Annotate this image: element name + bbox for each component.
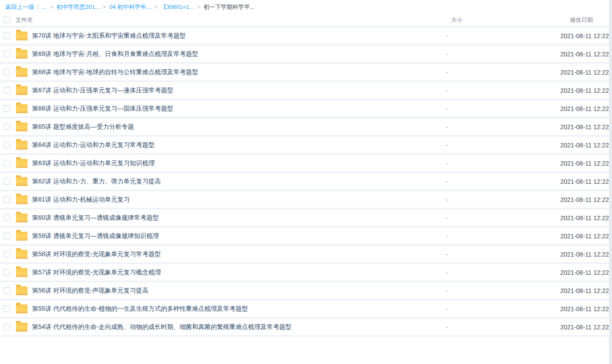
file-name-link[interactable]: 第60讲 透镜单元复习—透镜成像规律常考题型 [32,214,159,222]
column-header-size: 大小 [446,16,538,24]
folder-icon[interactable] [16,323,28,332]
folder-icon[interactable] [16,268,28,277]
row-checkbox[interactable] [4,160,10,166]
table-row: 第64讲 运动和力-运动和力单元复习常考题型 - 2021-08-11 12:2… [0,137,609,155]
row-checkbox[interactable] [4,69,10,75]
file-modified-date: 2021-08-11 12:22 [538,324,609,331]
file-name-link[interactable]: 第56讲 对环境的察觉-声现象单元复习提高 [32,287,148,295]
file-name-link[interactable]: 第64讲 运动和力-运动和力单元复习常考题型 [32,141,155,149]
row-checkbox[interactable] [4,123,10,130]
folder-icon[interactable] [16,232,28,241]
row-checkbox[interactable] [4,214,10,221]
file-size: - [446,251,538,258]
table-row: 第57讲 对环境的察觉-光现象单元复习概念梳理 - 2021-08-11 12:… [0,264,609,282]
row-checkbox[interactable] [4,233,10,239]
folder-icon[interactable] [16,50,28,59]
row-checkbox[interactable] [4,324,10,330]
select-all-checkbox[interactable] [4,16,10,23]
row-checkbox[interactable] [4,305,10,312]
column-header-name: 文件名 [16,16,33,24]
file-modified-date: 2021-08-11 12:22 [538,105,609,112]
folder-icon[interactable] [16,305,28,313]
row-checkbox[interactable] [4,51,10,57]
file-modified-date: 2021-08-11 12:22 [538,305,609,313]
table-row: 第70讲 地球与宇宙-太阳系和宇宙重难点梳理及常考题型 - 2021-08-11… [0,28,609,46]
file-name-link[interactable]: 第67讲 运动和力-压强单元复习—液体压强常考题型 [32,87,173,95]
file-size: - [446,87,538,94]
folder-icon[interactable] [16,159,28,168]
file-modified-date: 2021-08-11 12:22 [538,32,609,40]
file-modified-date: 2021-08-11 12:22 [538,251,609,258]
row-checkbox[interactable] [4,142,10,148]
folder-icon[interactable] [16,68,28,77]
folder-icon[interactable] [16,104,28,113]
row-checkbox[interactable] [4,287,10,294]
file-name-link[interactable]: 第54讲 代代相传的生命-走向成熟、动物的成长时期、细菌和真菌的繁殖重难点梳理及… [32,323,292,331]
table-row: 第56讲 对环境的察觉-声现象单元复习提高 - 2021-08-11 12:22 [0,282,609,301]
folder-icon[interactable] [16,214,28,222]
file-name-link[interactable]: 第70讲 地球与宇宙-太阳系和宇宙重难点梳理及常考题型 [32,32,186,40]
file-size: - [446,51,538,58]
table-row: 第63讲 运动和力-运动和力单元复习知识梳理 - 2021-08-11 12:2… [0,155,609,173]
table-row: 第65讲 题型难度拔高—受力分析专题 - 2021-08-11 12:22 [0,119,609,137]
file-modified-date: 2021-08-11 12:22 [538,214,609,222]
table-row: 第58讲 对环境的察觉-光现象单元复习常考题型 - 2021-08-11 12:… [0,246,609,264]
breadcrumb-separator: > [50,4,53,10]
folder-icon[interactable] [16,195,28,204]
file-name-link[interactable]: 第59讲 透镜单元复习—透镜成像规律知识梳理 [32,232,159,240]
file-name-link[interactable]: 第55讲 代代相传的生命-植物的一生及生殖方式的多样性重难点梳理及常考题型 [32,305,248,313]
breadcrumb-links: ... > 初中学而思201... > 04.初中科学年... > 【30601… [42,3,203,11]
row-checkbox[interactable] [4,196,10,203]
folder-icon[interactable] [16,86,28,95]
file-size: - [446,69,538,76]
row-checkbox[interactable] [4,251,10,257]
breadcrumb-current: 初一下学期科学半... [204,3,255,11]
breadcrumb-back-link[interactable]: 返回上一级 [5,3,34,11]
file-name-link[interactable]: 第61讲 运动和力-机械运动单元复习 [32,196,130,204]
file-size: - [446,178,538,185]
breadcrumb-link[interactable]: 04.初中科学年... [109,3,151,11]
file-list: 第70讲 地球与宇宙-太阳系和宇宙重难点梳理及常考题型 - 2021-08-11… [0,28,609,337]
file-name-link[interactable]: 第58讲 对环境的察觉-光现象单元复习常考题型 [32,250,161,258]
file-name-link[interactable]: 第57讲 对环境的察觉-光现象单元复习概念梳理 [32,269,161,277]
file-size: - [446,233,538,240]
breadcrumb-separator: > [103,4,106,10]
breadcrumb-pipe: | [37,4,39,10]
table-row: 第69讲 地球与宇宙-月相、日食和月食重难点梳理及常考题型 - 2021-08-… [0,46,609,64]
folder-icon[interactable] [16,286,28,295]
file-modified-date: 2021-08-11 12:22 [538,51,609,58]
file-size: - [446,160,538,167]
folder-icon[interactable] [16,177,28,186]
file-size: - [446,269,538,276]
table-row: 第60讲 透镜单元复习—透镜成像规律常考题型 - 2021-08-11 12:2… [0,210,609,228]
table-row: 第68讲 地球与宇宙-地球的自转与公转重难点梳理及常考题型 - 2021-08-… [0,64,609,82]
table-row: 第59讲 透镜单元复习—透镜成像规律知识梳理 - 2021-08-11 12:2… [0,228,609,246]
breadcrumb-separator: > [197,4,200,10]
breadcrumb-link[interactable]: 【30601=1... [160,3,194,11]
breadcrumb-link[interactable]: 初中学而思201... [56,3,100,11]
row-checkbox[interactable] [4,178,10,185]
vertical-scrollbar[interactable] [609,0,612,364]
folder-icon[interactable] [16,250,28,259]
breadcrumb-link[interactable]: ... [42,4,47,10]
file-name-link[interactable]: 第68讲 地球与宇宙-地球的自转与公转重难点梳理及常考题型 [32,68,198,76]
breadcrumb: 返回上一级 | ... > 初中学而思201... > 04.初中科学年... … [0,0,609,14]
file-modified-date: 2021-08-11 12:22 [538,196,609,203]
file-modified-date: 2021-08-11 12:22 [538,123,609,131]
file-name-link[interactable]: 第65讲 题型难度拔高—受力分析专题 [32,123,134,131]
file-size: - [446,214,538,222]
table-header: 文件名 大小 修改日期 [0,14,609,28]
folder-icon[interactable] [16,123,28,131]
file-modified-date: 2021-08-11 12:22 [538,69,609,76]
file-name-link[interactable]: 第66讲 运动和力-压强单元复习—固体压强常考题型 [32,105,173,113]
file-modified-date: 2021-08-11 12:22 [538,142,609,149]
row-checkbox[interactable] [4,105,10,112]
row-checkbox[interactable] [4,32,10,39]
row-checkbox[interactable] [4,87,10,94]
folder-icon[interactable] [16,32,28,40]
file-name-link[interactable]: 第62讲 运动和力-力、重力、弹力单元复习提高 [32,178,161,186]
file-name-link[interactable]: 第63讲 运动和力-运动和力单元复习知识梳理 [32,159,155,167]
file-name-link[interactable]: 第69讲 地球与宇宙-月相、日食和月食重难点梳理及常考题型 [32,50,198,58]
folder-icon[interactable] [16,141,28,150]
row-checkbox[interactable] [4,269,10,276]
